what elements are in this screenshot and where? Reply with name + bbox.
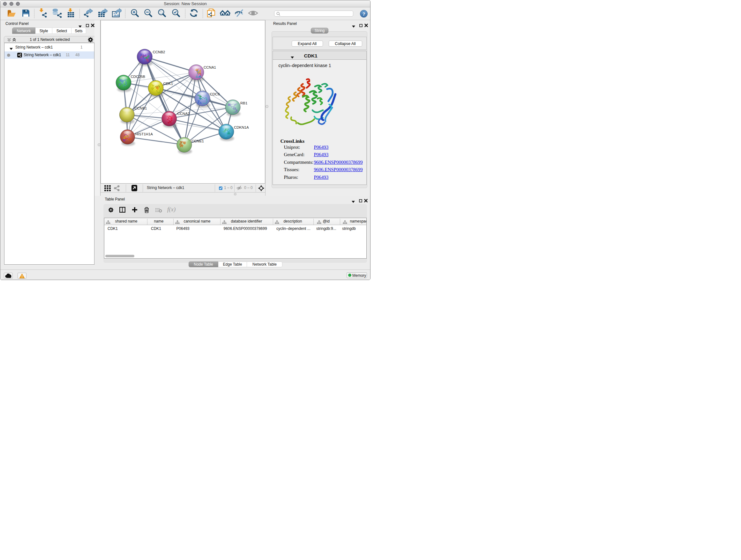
svg-text:CCNA1: CCNA1 (204, 65, 216, 69)
svg-text:CCNB1: CCNB1 (135, 106, 147, 110)
svg-text:CCNE1: CCNE1 (192, 139, 204, 143)
svg-text:CDC6: CDC6 (210, 92, 220, 96)
svg-text:CDK1: CDK1 (163, 82, 173, 85)
svg-text:CCNA2: CCNA2 (178, 112, 190, 116)
svg-text:HIST1H1A: HIST1H1A (135, 132, 153, 136)
svg-text:CDC25B: CDC25B (131, 75, 145, 78)
svg-text:RB1: RB1 (240, 101, 247, 105)
svg-text:CCNB2: CCNB2 (153, 50, 165, 54)
svg-text:CDKN1A: CDKN1A (234, 125, 249, 129)
